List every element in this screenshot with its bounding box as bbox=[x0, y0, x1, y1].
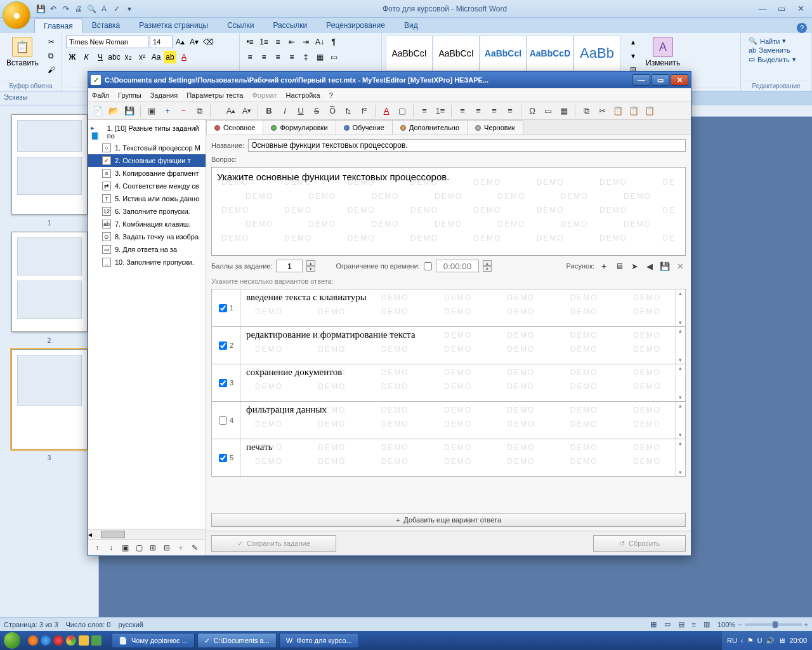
app-icon[interactable] bbox=[79, 635, 89, 646]
tree-item-6[interactable]: 126. Заполните пропуски. bbox=[88, 205, 206, 218]
font-color-icon[interactable]: A bbox=[178, 51, 190, 63]
view-draft-icon[interactable]: ▥ bbox=[704, 620, 710, 628]
minimize-icon[interactable]: — bbox=[755, 3, 770, 15]
open-icon[interactable]: 📂 bbox=[107, 104, 121, 118]
firefox-icon[interactable] bbox=[28, 635, 38, 646]
time-down-icon[interactable]: ▾ bbox=[483, 266, 492, 272]
tree-item-10[interactable]: _10. Заполните пропуски. bbox=[88, 256, 206, 269]
clear-format-icon[interactable]: ⌫ bbox=[202, 36, 214, 48]
office-button[interactable]: ◉ bbox=[3, 1, 30, 29]
taskbar-item-3[interactable]: WФото для курсо... bbox=[279, 633, 359, 648]
align-center-icon[interactable]: ≡ bbox=[258, 51, 270, 63]
page-thumb-1[interactable] bbox=[11, 114, 88, 215]
view-print-icon[interactable]: ▦ bbox=[650, 620, 657, 628]
superscript-icon[interactable]: x² bbox=[136, 51, 148, 63]
ie-icon[interactable] bbox=[41, 635, 51, 646]
format-painter-icon[interactable]: 🖌 bbox=[45, 63, 58, 76]
answer-text[interactable]: фильтрация данныхDEMO DEMO DEMO DEMO DEM… bbox=[241, 402, 675, 439]
spellcheck-icon[interactable]: ✓ bbox=[112, 4, 122, 14]
add-answer-button[interactable]: +Добавить еще вариант ответа bbox=[211, 513, 686, 527]
zoom-slider[interactable] bbox=[745, 623, 802, 626]
save-icon[interactable]: 💾 bbox=[36, 4, 46, 14]
font-size-input[interactable] bbox=[150, 36, 173, 48]
redo-icon[interactable]: ↷ bbox=[61, 4, 71, 14]
chrome-icon[interactable] bbox=[66, 635, 76, 646]
answer-text[interactable]: введение текста с клавиатурыDEMO DEMO DE… bbox=[241, 289, 675, 326]
answer-scrollbar[interactable]: ▴▾ bbox=[675, 439, 685, 476]
lang-indicator[interactable]: RU bbox=[727, 637, 737, 644]
styles-gallery[interactable]: AaBbCcI AaBbCcI AaBbCcI AaBbCcD AaBb bbox=[386, 36, 620, 71]
tab-view[interactable]: Вид bbox=[395, 18, 428, 33]
font-increase-icon[interactable]: A bbox=[99, 4, 109, 14]
editor-close-icon[interactable]: ✕ bbox=[671, 74, 688, 86]
case-icon[interactable]: Aa bbox=[150, 51, 162, 63]
tab-mailings[interactable]: Рассылки bbox=[263, 18, 317, 33]
bullets-icon[interactable]: •≡ bbox=[244, 36, 256, 48]
app2-icon[interactable] bbox=[91, 635, 102, 646]
remove-node-icon[interactable]: ⊟ bbox=[162, 543, 172, 553]
answer-checkbox[interactable] bbox=[219, 416, 227, 425]
tray-vol-icon[interactable]: 🔊 bbox=[766, 637, 775, 645]
borders-icon[interactable]: ▭ bbox=[327, 51, 340, 63]
tree-item-1[interactable]: ○1. Текстовый процессор M bbox=[88, 142, 206, 154]
tree-item-5[interactable]: T5. Истина или ложь данно bbox=[88, 192, 206, 205]
undo-icon[interactable]: ↶ bbox=[48, 4, 58, 14]
menu-params[interactable]: Параметры теста bbox=[187, 91, 243, 99]
duplicate-icon[interactable]: ⧉ bbox=[192, 104, 206, 118]
tab-review[interactable]: Рецензирование bbox=[317, 18, 395, 33]
copy-icon[interactable]: ⧉ bbox=[45, 50, 58, 62]
tab-formulations[interactable]: Формулировки bbox=[263, 120, 336, 135]
bold-icon[interactable]: B bbox=[262, 104, 276, 118]
add-node-icon[interactable]: ⊞ bbox=[148, 543, 158, 553]
italic-icon[interactable]: I bbox=[278, 104, 292, 118]
edit-icon[interactable]: ✎ bbox=[190, 543, 200, 553]
tab-references[interactable]: Ссылки bbox=[218, 18, 263, 33]
editor-titlebar[interactable]: ✓ C:\Documents and Settings\Пользователь… bbox=[88, 72, 691, 88]
bold-icon[interactable]: Ж bbox=[66, 51, 79, 63]
font-grow-icon[interactable]: A▴ bbox=[224, 104, 238, 118]
style-up-icon[interactable]: ▴ bbox=[627, 36, 639, 48]
tree-hscrollbar[interactable]: ◂ bbox=[88, 529, 206, 539]
status-words[interactable]: Число слов: 0 bbox=[66, 621, 111, 628]
answer-scrollbar[interactable]: ▴▾ bbox=[675, 327, 685, 364]
answer-checkbox[interactable] bbox=[219, 379, 227, 387]
tab-home[interactable]: Главная bbox=[34, 18, 82, 33]
subscript-icon[interactable]: f₂ bbox=[341, 104, 355, 118]
view-read-icon[interactable]: ▭ bbox=[664, 620, 671, 628]
tab-main[interactable]: Основное bbox=[206, 120, 263, 135]
move-up-icon[interactable]: ↑ bbox=[92, 543, 102, 553]
save-task-button[interactable]: ✓Сохранить задание bbox=[211, 535, 336, 552]
name-input[interactable] bbox=[248, 139, 686, 152]
change-styles-button[interactable]: A Изменить bbox=[643, 36, 683, 69]
show-marks-icon[interactable]: ¶ bbox=[327, 36, 340, 48]
start-button[interactable] bbox=[0, 631, 24, 650]
line-spacing-icon[interactable]: ‡ bbox=[299, 51, 312, 63]
menu-groups[interactable]: Группы bbox=[118, 91, 141, 99]
answer-checkbox[interactable] bbox=[219, 454, 227, 462]
add-icon[interactable]: + bbox=[160, 104, 174, 118]
add-group-icon[interactable]: ▣ bbox=[145, 104, 159, 118]
answer-text[interactable]: печатьDEMO DEMO DEMO DEMO DEMO DEMO DEMO… bbox=[241, 439, 675, 476]
find-button[interactable]: 🔍Найти ▾ bbox=[749, 37, 804, 45]
tree-root[interactable]: ▸ 📘1. [10] Разные типы заданий по bbox=[88, 123, 206, 142]
align-right-icon[interactable]: ≡ bbox=[272, 51, 284, 63]
copy-icon[interactable]: ⧉ bbox=[579, 104, 593, 118]
font-shrink-icon[interactable]: A▾ bbox=[240, 104, 254, 118]
timelimit-checkbox[interactable] bbox=[424, 262, 432, 270]
select-button[interactable]: ▭Выделить ▾ bbox=[749, 55, 804, 63]
symbol-icon[interactable]: Ω bbox=[525, 104, 539, 118]
zoom-in-icon[interactable]: + bbox=[804, 621, 808, 628]
status-page[interactable]: Страница: 3 из 3 bbox=[4, 621, 58, 628]
points-input[interactable] bbox=[276, 260, 303, 272]
numbers-icon[interactable]: 1≡ bbox=[433, 104, 447, 118]
answer-checkbox[interactable] bbox=[219, 342, 227, 350]
font-name-input[interactable] bbox=[66, 36, 148, 48]
align-right-icon[interactable]: ≡ bbox=[487, 104, 501, 118]
tree-item-2[interactable]: ✓2. Основные функции т bbox=[88, 154, 206, 167]
tree-item-9[interactable]: ▭9. Для ответа на за bbox=[88, 243, 206, 256]
tray-expand-icon[interactable]: ‹ bbox=[741, 637, 743, 644]
points-down-icon[interactable]: ▾ bbox=[306, 266, 315, 272]
cut-icon[interactable]: ✂ bbox=[595, 104, 609, 118]
page-thumb-3[interactable] bbox=[11, 349, 88, 449]
close-icon[interactable]: ✕ bbox=[793, 3, 808, 15]
